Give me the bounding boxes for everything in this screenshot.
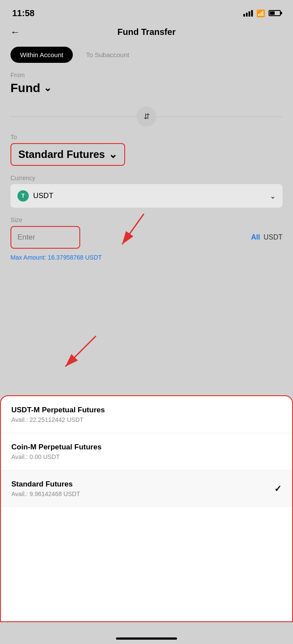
header: ← Fund Transfer [0, 23, 293, 44]
from-label: From [10, 72, 283, 79]
dropdown-item-selected-row: Standard Futures Avail.: 9.96142468 USDT… [11, 480, 282, 497]
to-value: Standard Futures [18, 148, 105, 161]
dropdown-item-title-2: Coin-M Perpetual Futures [11, 443, 282, 452]
max-amount-value: 16.37958768 USDT [48, 254, 102, 261]
dropdown-item-usdt-perpetual[interactable]: USDT-M Perpetual Futures Avail.: 22.2511… [1, 396, 292, 433]
dropdown-item-title-1: USDT-M Perpetual Futures [11, 406, 282, 414]
size-input[interactable] [10, 226, 80, 249]
content-area: From Fund ⌄ ⇵ To Standard Futures ⌄ Curr… [0, 72, 293, 261]
tabs: Within Account To Subaccount [0, 44, 293, 72]
size-label: Size [10, 216, 283, 223]
home-indicator [116, 637, 177, 640]
to-label: To [10, 134, 283, 140]
dropdown-item-avail-1: Avail.: 22.25112442 USDT [11, 416, 282, 423]
from-value: Fund [10, 81, 40, 95]
currency-dropdown[interactable]: T USDT ⌄ [10, 184, 283, 208]
all-button[interactable]: All [251, 233, 260, 241]
currency-chevron-icon: ⌄ [270, 192, 276, 200]
to-chevron-icon: ⌄ [109, 148, 117, 161]
wifi-icon: 📶 [256, 9, 265, 17]
tab-within-account[interactable]: Within Account [10, 47, 73, 63]
back-button[interactable]: ← [10, 27, 20, 38]
dropdown-item-title-3: Standard Futures [11, 480, 80, 489]
swap-row: ⇵ [10, 99, 283, 134]
svg-line-1 [65, 336, 96, 367]
to-dropdown[interactable]: Standard Futures ⌄ [10, 143, 125, 166]
currency-left: T USDT [17, 190, 53, 202]
size-input-row: All USDT [10, 226, 283, 249]
tab-to-subaccount[interactable]: To Subaccount [76, 47, 139, 63]
size-section: Size All USDT [10, 216, 283, 249]
bottom-sheet-dropdown: USDT-M Perpetual Futures Avail.: 22.2511… [0, 395, 293, 622]
from-section: From Fund ⌄ [10, 72, 283, 95]
size-unit: USDT [263, 233, 283, 241]
currency-section: Currency T USDT ⌄ [10, 175, 283, 208]
swap-button[interactable]: ⇵ [136, 106, 157, 127]
currency-label: Currency [10, 175, 283, 182]
status-time: 11:58 [12, 8, 34, 18]
checkmark-icon: ✓ [274, 483, 282, 494]
to-section: To Standard Futures ⌄ [10, 134, 283, 166]
max-amount: Max Amount: 16.37958768 USDT [10, 254, 283, 261]
currency-value: USDT [33, 192, 53, 200]
page-title: Fund Transfer [117, 27, 175, 37]
dropdown-item-avail-2: Avail.: 0.00 USDT [11, 453, 282, 460]
battery-icon [269, 10, 281, 16]
max-amount-label: Max Amount: [10, 254, 46, 261]
status-icons: 📶 [243, 9, 281, 17]
swap-icon: ⇵ [143, 112, 150, 121]
dropdown-item-avail-3: Avail.: 9.96142468 USDT [11, 490, 80, 497]
dropdown-item-coin-perpetual[interactable]: Coin-M Perpetual Futures Avail.: 0.00 US… [1, 433, 292, 470]
status-bar: 11:58 📶 [0, 0, 293, 23]
usdt-icon: T [17, 190, 29, 202]
from-dropdown[interactable]: Fund ⌄ [10, 81, 283, 95]
signal-icon [243, 10, 253, 17]
dropdown-item-standard-futures[interactable]: Standard Futures Avail.: 9.96142468 USDT… [1, 470, 292, 507]
arrow-to-size-input [65, 336, 96, 367]
from-chevron-icon: ⌄ [44, 82, 51, 94]
dropdown-item-3-info: Standard Futures Avail.: 9.96142468 USDT [11, 480, 80, 497]
size-right: All USDT [251, 233, 283, 241]
